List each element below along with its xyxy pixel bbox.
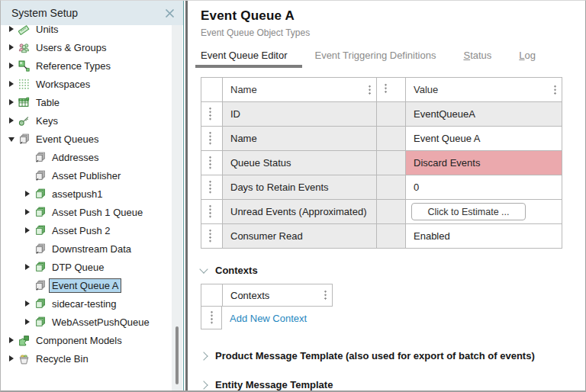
sidebar-item-sidecar-testing[interactable]: sidecar-testing bbox=[1, 294, 183, 313]
sidebar-item-component-models[interactable]: Component Models bbox=[1, 331, 183, 349]
click-to-estimate-button[interactable]: Click to Estimate ... bbox=[411, 203, 526, 220]
sidebar-item-workspaces[interactable]: Workspaces bbox=[1, 75, 183, 93]
sidebar-item-asset-push-2[interactable]: Asset Push 2 bbox=[1, 221, 183, 239]
queue-green-icon bbox=[34, 262, 46, 273]
contexts-column-header[interactable]: Contexts bbox=[222, 284, 333, 307]
chevron-down-icon[interactable] bbox=[199, 265, 208, 273]
chevron-right-icon[interactable] bbox=[199, 352, 208, 360]
sidebar-item-addresses[interactable]: Addresses bbox=[1, 148, 183, 166]
drag-handle-icon[interactable] bbox=[209, 204, 211, 219]
chevron-right-icon[interactable] bbox=[199, 381, 208, 389]
row-handle-cell[interactable] bbox=[201, 175, 223, 200]
property-value-cell[interactable]: 0 bbox=[406, 175, 562, 200]
tree-collapsed-arrow-icon[interactable] bbox=[8, 81, 15, 88]
property-name-cell: ID bbox=[223, 102, 377, 127]
tree-collapsed-arrow-icon[interactable] bbox=[24, 319, 31, 326]
close-icon[interactable] bbox=[164, 7, 176, 19]
row-handle-cell[interactable] bbox=[201, 224, 223, 249]
property-value-cell[interactable]: EventQueueA bbox=[406, 102, 562, 127]
drag-handle-icon[interactable] bbox=[209, 131, 211, 146]
sidebar-item-reference-types[interactable]: Reference Types bbox=[1, 56, 183, 75]
tree-collapsed-arrow-icon[interactable] bbox=[8, 117, 15, 124]
sidebar-item-dtp-queue[interactable]: DTP Queue bbox=[1, 258, 183, 276]
sidebar-item-recycle-bin[interactable]: Recycle Bin bbox=[1, 349, 183, 368]
value-column-header[interactable]: Value bbox=[406, 78, 562, 102]
tab-log[interactable]: Log bbox=[519, 50, 536, 68]
sidebar-scrollbar[interactable] bbox=[172, 25, 182, 390]
column-menu-icon[interactable] bbox=[369, 85, 371, 95]
tab-event-triggering-definitions[interactable]: Event Triggering Definitions bbox=[314, 50, 436, 68]
sidebar-item-asset-push-1-queue[interactable]: Asset Push 1 Queue bbox=[1, 203, 183, 221]
section-contexts[interactable]: Contexts bbox=[201, 265, 585, 276]
sidebar-item-keys[interactable]: Keys bbox=[1, 111, 183, 130]
gap-cell bbox=[377, 200, 406, 224]
sidebar-item-assetpush1[interactable]: assetpush1 bbox=[1, 185, 183, 203]
tree-collapsed-arrow-icon[interactable] bbox=[24, 300, 31, 307]
drag-handle-icon[interactable] bbox=[211, 310, 213, 325]
property-table-header-row: Name Value bbox=[201, 78, 562, 102]
tree-arrow-spacer bbox=[24, 154, 31, 161]
drag-handle-icon[interactable] bbox=[209, 107, 211, 121]
tree-collapsed-arrow-icon[interactable] bbox=[8, 337, 15, 344]
row-handle-cell[interactable] bbox=[201, 102, 223, 127]
column-menu-icon[interactable] bbox=[554, 85, 556, 95]
property-row-name: NameEvent Queue A bbox=[201, 127, 562, 151]
contexts-column-label: Contexts bbox=[230, 290, 269, 301]
tree-collapsed-arrow-icon[interactable] bbox=[8, 99, 15, 106]
drag-handle-icon[interactable] bbox=[209, 156, 211, 170]
add-new-context-link[interactable]: Add New Context bbox=[230, 313, 307, 324]
queue-green-icon bbox=[34, 225, 46, 236]
keys-icon bbox=[18, 115, 30, 127]
tree-arrow-spacer bbox=[24, 172, 31, 179]
section-entity-message-template[interactable]: Entity Message Template bbox=[201, 379, 585, 390]
tree-collapsed-arrow-icon[interactable] bbox=[24, 227, 31, 234]
gap-column-header[interactable] bbox=[377, 78, 406, 102]
tab-bar: Event Queue EditorEvent Triggering Defin… bbox=[201, 50, 585, 68]
sidebar-item-table[interactable]: Table bbox=[1, 93, 183, 111]
drag-handle-icon[interactable] bbox=[209, 229, 211, 243]
scrollbar-thumb[interactable] bbox=[175, 326, 179, 384]
sidebar-item-asset-publisher[interactable]: Asset Publisher bbox=[1, 166, 183, 185]
drag-handle-icon[interactable] bbox=[209, 180, 211, 194]
column-menu-icon[interactable] bbox=[324, 290, 327, 300]
tree-collapsed-arrow-icon[interactable] bbox=[24, 209, 31, 216]
column-menu-icon[interactable] bbox=[385, 83, 387, 94]
name-column-header[interactable]: Name bbox=[223, 78, 377, 102]
page-subtitle: Event Queue Object Types bbox=[201, 27, 585, 38]
sidebar-item-event-queue-a[interactable]: Event Queue A bbox=[1, 276, 183, 294]
gap-cell bbox=[377, 127, 406, 151]
reference-types-icon bbox=[18, 60, 30, 72]
tree-collapsed-arrow-icon[interactable] bbox=[8, 63, 15, 69]
row-handle-cell[interactable] bbox=[201, 127, 223, 151]
tree-item-label: Asset Push 2 bbox=[50, 224, 113, 237]
tree-item-label: Users & Groups bbox=[34, 41, 108, 54]
tree-item-label: Keys bbox=[34, 114, 60, 127]
row-handle-cell[interactable] bbox=[201, 200, 223, 224]
tree-collapsed-arrow-icon[interactable] bbox=[24, 191, 31, 198]
component-models-icon bbox=[18, 335, 30, 346]
section-product-message-template[interactable]: Product Message Template (also used for … bbox=[201, 350, 585, 361]
row-handle-cell[interactable] bbox=[201, 307, 222, 329]
sidebar-item-users-groups[interactable]: Users & Groups bbox=[1, 38, 183, 56]
sidebar-item-downstream-data[interactable]: Downstream Data bbox=[1, 239, 183, 258]
tree-collapsed-arrow-icon[interactable] bbox=[8, 44, 15, 51]
property-value-cell[interactable]: Discard Events bbox=[406, 151, 562, 175]
tree-arrow-spacer bbox=[24, 246, 31, 252]
system-setup-window: System Setup UnitsUsers & GroupsReferenc… bbox=[0, 0, 586, 392]
tab-status[interactable]: Status bbox=[463, 50, 491, 68]
tree-item-label: Addresses bbox=[50, 151, 101, 164]
tree-collapsed-arrow-icon[interactable] bbox=[8, 355, 15, 362]
property-value-cell[interactable]: Event Queue A bbox=[406, 127, 562, 151]
property-value-cell[interactable]: Enabled bbox=[406, 224, 562, 249]
property-row-queue-status: Queue StatusDiscard Events bbox=[201, 151, 562, 175]
tab-event-queue-editor[interactable]: Event Queue Editor bbox=[201, 50, 287, 68]
tree-expanded-arrow-icon[interactable] bbox=[8, 136, 15, 143]
sidebar-item-event-queues[interactable]: Event Queues bbox=[1, 130, 183, 148]
property-row-consumer-read: Consumer ReadEnabled bbox=[201, 224, 562, 249]
sidebar-item-webassetpushqueue[interactable]: WebAssetPushQueue bbox=[1, 313, 183, 331]
row-handle-cell[interactable] bbox=[201, 151, 223, 175]
tree-collapsed-arrow-icon[interactable] bbox=[8, 26, 15, 33]
main-panel: Event Queue A Event Queue Object Types E… bbox=[188, 1, 585, 390]
tree-item-label: WebAssetPushQueue bbox=[50, 316, 152, 329]
tree-collapsed-arrow-icon[interactable] bbox=[24, 264, 31, 271]
